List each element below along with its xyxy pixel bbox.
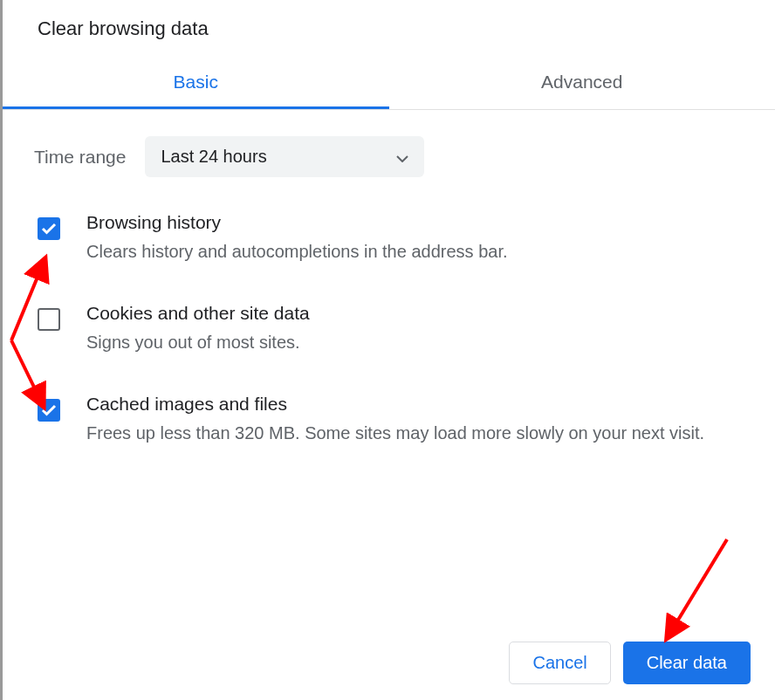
option-text: Browsing history Clears history and auto… xyxy=(86,212,744,264)
clear-data-button[interactable]: Clear data xyxy=(623,642,751,684)
tab-basic[interactable]: Basic xyxy=(3,58,389,109)
option-title-cached: Cached images and files xyxy=(86,394,744,415)
tabs-container: Basic Advanced xyxy=(3,58,775,110)
option-desc-cached: Frees up less than 320 MB. Some sites ma… xyxy=(86,420,744,446)
clear-browsing-data-dialog: Clear browsing data Basic Advanced Time … xyxy=(3,0,775,700)
checkbox-cached[interactable] xyxy=(38,399,60,422)
dialog-buttons: Cancel Clear data xyxy=(509,642,751,684)
checkbox-cookies[interactable] xyxy=(38,308,60,331)
option-desc-cookies: Signs you out of most sites. xyxy=(86,329,744,355)
cancel-button[interactable]: Cancel xyxy=(509,642,610,684)
option-text: Cached images and files Frees up less th… xyxy=(86,394,744,446)
check-icon xyxy=(41,223,57,235)
check-icon xyxy=(41,404,57,416)
time-range-selected: Last 24 hours xyxy=(161,147,266,167)
tab-basic-label: Basic xyxy=(174,72,218,92)
time-range-row: Time range Last 24 hours xyxy=(34,136,744,177)
tab-advanced-label: Advanced xyxy=(541,72,622,92)
time-range-label: Time range xyxy=(34,147,126,168)
dialog-title: Clear browsing data xyxy=(3,0,775,58)
option-browsing-history: Browsing history Clears history and auto… xyxy=(34,212,744,264)
option-title-cookies: Cookies and other site data xyxy=(86,303,744,324)
option-cookies: Cookies and other site data Signs you ou… xyxy=(34,303,744,355)
option-desc-browsing-history: Clears history and autocompletions in th… xyxy=(86,238,744,264)
option-text: Cookies and other site data Signs you ou… xyxy=(86,303,744,355)
time-range-dropdown[interactable]: Last 24 hours xyxy=(145,136,424,177)
checkbox-browsing-history[interactable] xyxy=(38,217,60,240)
cancel-button-label: Cancel xyxy=(532,653,586,672)
clear-data-button-label: Clear data xyxy=(647,653,727,672)
tab-advanced[interactable]: Advanced xyxy=(389,58,776,109)
option-title-browsing-history: Browsing history xyxy=(86,212,744,233)
dialog-content: Time range Last 24 hours Browsing histor… xyxy=(3,110,775,446)
option-cached: Cached images and files Frees up less th… xyxy=(34,394,744,446)
dropdown-arrow-icon xyxy=(396,147,408,167)
